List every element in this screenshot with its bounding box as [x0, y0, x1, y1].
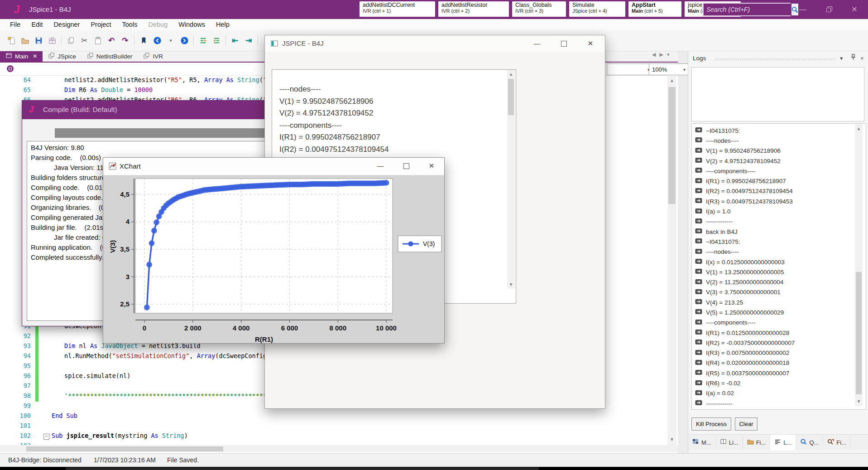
- bookmark-button[interactable]: addNetlistDCCurrentIVR (ctrl + 1): [360, 1, 435, 17]
- log-entry[interactable]: ----components----: [692, 318, 866, 328]
- log-entry[interactable]: -------------: [692, 217, 866, 227]
- dock-tab-l[interactable]: L...: [770, 435, 796, 450]
- log-entry[interactable]: I(R4) = 0.02000000000000018: [692, 358, 866, 368]
- scroll-down-icon[interactable]: ▼: [667, 435, 676, 444]
- tab-ivr[interactable]: IVR: [138, 51, 168, 62]
- xchart-minimize-button[interactable]: —: [370, 161, 390, 170]
- logs-list[interactable]: ~I04131075:----nodes----V(1) = 9.9502487…: [691, 123, 866, 410]
- log-entry[interactable]: ----nodes----: [692, 247, 866, 257]
- log-entry[interactable]: back in B4J: [692, 227, 866, 237]
- log-entry[interactable]: V(3) = 3.750000000000001: [692, 287, 866, 297]
- bookmark-button[interactable]: Class_GlobalsIVR (ctrl + 3): [512, 1, 566, 17]
- xchart-titlebar[interactable]: [103, 158, 444, 175]
- log-entry[interactable]: V(2) = 11.250000000000004: [692, 277, 866, 287]
- log-entry[interactable]: -------------: [692, 398, 866, 408]
- jspice-minimize-button[interactable]: —: [527, 39, 547, 48]
- close-button[interactable]: ✕: [848, 5, 861, 14]
- logs-menu-icon[interactable]: ▾: [840, 55, 843, 62]
- log-entry[interactable]: ~I04131075:: [692, 237, 866, 247]
- logs-scroll-thumb[interactable]: [856, 272, 862, 394]
- minimize-button[interactable]: —: [796, 5, 810, 14]
- log-entry[interactable]: I(R2) = -0.003750000000000007: [692, 338, 866, 348]
- redo-icon[interactable]: ↷: [119, 35, 131, 46]
- package-icon[interactable]: [46, 35, 58, 46]
- dock-tab-li[interactable]: Li...: [716, 435, 743, 450]
- menu-tools[interactable]: Tools: [117, 20, 143, 29]
- format-list-right-icon[interactable]: [197, 35, 209, 46]
- jspice-close-button[interactable]: ✕: [580, 39, 600, 48]
- tab-scroll-arrows[interactable]: ◀▶▾: [652, 52, 684, 58]
- dock-tab-q[interactable]: Q...: [796, 435, 823, 450]
- log-entry[interactable]: ~I04131075:: [692, 126, 866, 136]
- logs-scroll-up-icon[interactable]: ▲: [855, 125, 862, 132]
- logs-drag-grip[interactable]: [715, 58, 836, 61]
- dock-splitter[interactable]: [678, 51, 688, 453]
- menu-edit[interactable]: Edit: [26, 20, 48, 29]
- open-folder-icon[interactable]: [19, 35, 31, 46]
- shift-left-icon[interactable]: ⇤: [229, 35, 241, 46]
- editor-hscroll-thumb[interactable]: [26, 446, 223, 451]
- menu-file[interactable]: File: [5, 20, 26, 29]
- logs-close-icon[interactable]: ×: [860, 55, 864, 62]
- collapse-icon[interactable]: −: [43, 434, 49, 440]
- dock-tab-m[interactable]: M...: [688, 435, 716, 450]
- menu-help[interactable]: Help: [211, 20, 235, 29]
- new-file-icon[interactable]: [5, 35, 17, 46]
- module-combo[interactable]: ▾: [607, 63, 653, 75]
- jspice-maximize-button[interactable]: [554, 40, 574, 49]
- log-entry[interactable]: V(5) = 1.2500000000000029: [692, 307, 866, 317]
- xchart-close-button[interactable]: ✕: [422, 161, 441, 170]
- logs-scroll-down-icon[interactable]: ▼: [855, 398, 862, 405]
- paste-icon[interactable]: [92, 35, 104, 46]
- log-entry[interactable]: I(R3) = 0.004975124378109453: [692, 196, 866, 206]
- pin-icon[interactable]: [850, 54, 856, 62]
- log-entry[interactable]: V(4) = 213.25: [692, 297, 866, 307]
- menu-project[interactable]: Project: [85, 20, 116, 29]
- jspice-scroll-up-icon[interactable]: ▲: [507, 70, 515, 78]
- nav-forward-icon[interactable]: [178, 35, 190, 46]
- bookmark-button[interactable]: AppStartMain (ctrl + 5): [628, 1, 681, 17]
- log-entry[interactable]: I(R3) = 0.00750000000000002: [692, 348, 866, 358]
- log-entry[interactable]: I(R2) = 0.004975124378109454: [692, 186, 866, 196]
- kill-process-button[interactable]: Kill Process: [691, 417, 731, 431]
- log-entry[interactable]: I(a) = 0.02: [692, 388, 866, 398]
- log-entry[interactable]: I(R1) = 0.9950248756218907: [692, 176, 866, 186]
- bookmark-button[interactable]: addNetlistResistorIVR (ctrl + 2): [438, 1, 509, 17]
- tab-netlistbuilder[interactable]: NetlistBuilder: [82, 51, 138, 62]
- nav-caret-icon[interactable]: ▾: [165, 35, 177, 46]
- tab-jspice[interactable]: JSpice: [43, 51, 82, 62]
- save-icon[interactable]: [33, 35, 44, 46]
- tab-main[interactable]: Main✕: [0, 51, 43, 62]
- log-entry[interactable]: I(R6) = -0.02: [692, 378, 866, 388]
- undo-icon[interactable]: ↶: [106, 35, 117, 46]
- log-entry[interactable]: V(1) = 13.250000000000005: [692, 267, 866, 277]
- log-entry[interactable]: I(a) = 1.0: [692, 206, 866, 216]
- editor-vscroll-thumb[interactable]: [668, 87, 676, 204]
- log-entry[interactable]: V(1) = 9.950248756218906: [692, 146, 866, 156]
- zoom-combo[interactable]: 100%▾: [649, 63, 689, 75]
- scroll-up-icon[interactable]: ▲: [667, 76, 676, 85]
- log-entry[interactable]: I(x) = 0.01250000000000003: [692, 257, 866, 267]
- dock-tab-fi[interactable]: Fi...: [743, 435, 771, 450]
- restore-button[interactable]: [822, 6, 836, 14]
- xchart-maximize-button[interactable]: [396, 162, 416, 171]
- logs-filter-box[interactable]: [691, 67, 864, 121]
- log-entry[interactable]: ----components----: [692, 166, 866, 176]
- dock-tab-fi[interactable]: Fi...: [823, 435, 851, 450]
- shift-right-icon[interactable]: ⇥: [243, 35, 254, 46]
- tab-close-icon[interactable]: ✕: [33, 53, 37, 59]
- log-entry[interactable]: I(R5) = 0.00375000000000007: [692, 368, 866, 378]
- log-entry[interactable]: ----nodes----: [692, 136, 866, 145]
- cut-icon[interactable]: ✂: [78, 35, 90, 46]
- jspice-scroll-down-icon[interactable]: ▼: [507, 281, 515, 288]
- bookmark-icon[interactable]: [138, 35, 149, 46]
- menu-designer[interactable]: Designer: [48, 20, 85, 29]
- log-entry[interactable]: I(R1) = 0.01250000000000028: [692, 328, 866, 338]
- nav-back-icon[interactable]: [151, 35, 163, 46]
- copy-icon[interactable]: [65, 35, 77, 46]
- bookmark-button[interactable]: SimulateJSpice (ctrl + 4): [569, 1, 625, 17]
- log-entry[interactable]: V(2) = 4.975124378109452: [692, 156, 866, 166]
- clear-button[interactable]: Clear: [735, 417, 758, 431]
- search-input[interactable]: [704, 4, 791, 15]
- menu-windows[interactable]: Windows: [173, 20, 211, 29]
